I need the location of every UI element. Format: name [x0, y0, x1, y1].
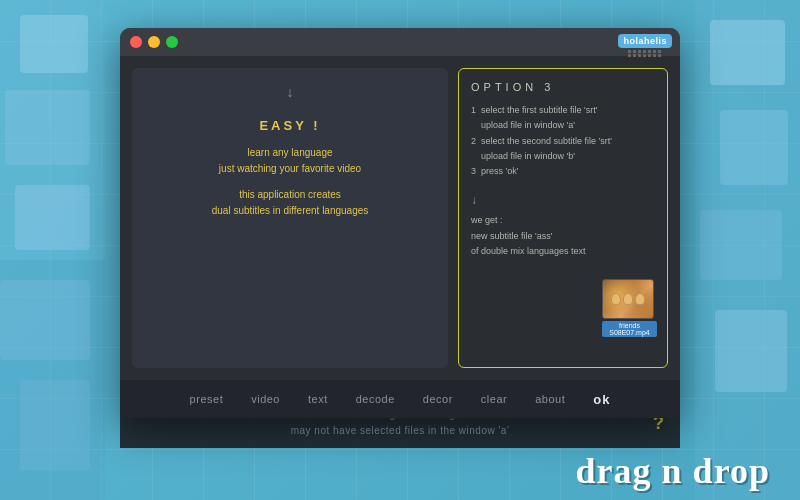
main-window: holahelis ↓ EASY ! learn any language ju… — [120, 28, 680, 418]
thumb-faces — [611, 293, 645, 305]
bottom-nav: preset video text decode decor clear abo… — [120, 380, 680, 418]
thumb-face-1 — [611, 293, 621, 305]
logo-dots — [628, 50, 662, 57]
thumbnail-image — [602, 279, 654, 319]
filename-badge: friends S08E07.mp4 — [602, 321, 657, 337]
left-arrow: ↓ — [146, 84, 434, 100]
bg-tile-10 — [720, 110, 788, 185]
maximize-button[interactable] — [166, 36, 178, 48]
logo-area: holahelis — [618, 34, 672, 57]
minimize-button[interactable] — [148, 36, 160, 48]
nav-video[interactable]: video — [251, 393, 280, 405]
content-area: ↓ EASY ! learn any language just watchin… — [120, 56, 680, 418]
nav-decode[interactable]: decode — [356, 393, 395, 405]
close-button[interactable] — [130, 36, 142, 48]
bg-tile-5 — [5, 90, 90, 165]
titlebar: holahelis — [120, 28, 680, 56]
bg-tile-11 — [700, 210, 782, 280]
thumb-face-2 — [623, 293, 633, 305]
option-steps: 1 select the first subtitle file 'srt' u… — [471, 103, 655, 179]
bg-tile-7 — [0, 280, 90, 360]
bg-tile-9 — [710, 20, 785, 85]
option-result: we get : new subtitle file 'ass' of doub… — [471, 213, 655, 259]
main-row: ↓ EASY ! learn any language just watchin… — [120, 56, 680, 380]
right-panel: OPTION 3 1 select the first subtitle fil… — [458, 68, 668, 368]
drag-drop-label: drag n drop — [576, 450, 770, 492]
option-title: OPTION 3 — [471, 81, 655, 93]
easy-sub-description: this application creates dual subtitles … — [146, 187, 434, 219]
bg-tile-6 — [15, 185, 90, 250]
thumb-face-3 — [635, 293, 645, 305]
option-arrow: ↓ — [471, 193, 655, 207]
nav-clear[interactable]: clear — [481, 393, 507, 405]
left-panel: ↓ EASY ! learn any language just watchin… — [132, 68, 448, 368]
bg-tile-4 — [20, 15, 88, 73]
easy-description: learn any language just watching your fa… — [146, 145, 434, 177]
nav-ok[interactable]: ok — [593, 392, 610, 407]
bg-tile-12 — [715, 310, 787, 392]
thumbnail-area: friends S08E07.mp4 — [602, 279, 657, 337]
logo-badge: holahelis — [618, 34, 672, 48]
nav-about[interactable]: about — [535, 393, 565, 405]
easy-title: EASY ! — [146, 118, 434, 133]
nav-decor[interactable]: decor — [423, 393, 453, 405]
nav-text[interactable]: text — [308, 393, 328, 405]
bg-tile-8 — [20, 380, 90, 470]
nav-preset[interactable]: preset — [190, 393, 224, 405]
